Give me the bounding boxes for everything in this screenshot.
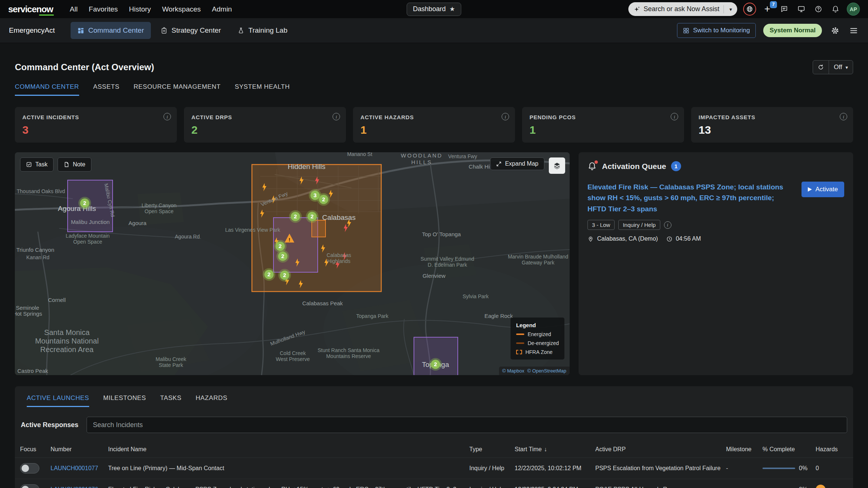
- cluster-count: 2: [279, 243, 282, 249]
- activate-button[interactable]: Activate: [801, 182, 844, 197]
- tab-hazards[interactable]: HAZARDS: [195, 394, 227, 407]
- feedback-button[interactable]: [778, 4, 790, 15]
- tab-system-health[interactable]: SYSTEM HEALTH: [235, 83, 290, 96]
- kpi-label: ACTIVE DRPS: [191, 114, 339, 120]
- topnav-item-admin[interactable]: Admin: [206, 5, 237, 13]
- info-icon[interactable]: i: [163, 113, 171, 120]
- clock-icon: [666, 236, 673, 242]
- help-icon: [814, 5, 822, 13]
- dashboard-pill[interactable]: Dashboard ★: [407, 3, 461, 16]
- help-button[interactable]: [813, 4, 824, 15]
- active-drp: PSPS Escalation from Vegetation Patrol F…: [595, 465, 726, 472]
- svg-text:!: !: [289, 237, 290, 243]
- topnav-item-history[interactable]: History: [123, 5, 156, 13]
- add-button[interactable]: +7: [762, 4, 773, 14]
- refresh-icon: [817, 64, 824, 71]
- incident-number-link[interactable]: LAUNCH0001077: [51, 465, 98, 471]
- servicenow-logo[interactable]: servicenow: [8, 4, 53, 14]
- kpi-row: ACTIVE INCIDENTS3iACTIVE DRPS2iACTIVE HA…: [15, 107, 853, 143]
- topnav-item-all[interactable]: All: [64, 5, 83, 13]
- map-label: Stunt Ranch Santa MonicaMountains Reserv…: [318, 347, 380, 359]
- map-label: Calabasas: [322, 214, 356, 221]
- queue-item: Elevated Fire Risk — Calabasas PSPS Zone…: [587, 182, 844, 242]
- column-header-incident-name[interactable]: Incident Name: [108, 441, 469, 458]
- monitoring-grid-icon: [683, 27, 689, 34]
- map-layers-button[interactable]: [549, 157, 565, 174]
- tab-training-lab[interactable]: Training Lab: [231, 22, 294, 39]
- map-zone-hfra-small[interactable]: [312, 220, 326, 237]
- map-label: Santa MonicaMountains NationalRecreation…: [35, 328, 98, 354]
- tab-milestones[interactable]: MILESTONES: [103, 394, 146, 407]
- incident-number-link[interactable]: LAUNCH0001076: [51, 486, 98, 488]
- app-bar: EmergencyAct Command Center Strategy Cen…: [0, 18, 868, 43]
- column-header-focus[interactable]: Focus: [20, 441, 51, 458]
- topnav-menu: AllFavoritesHistoryWorkspacesAdmin: [64, 5, 237, 13]
- tab-strategy-center[interactable]: Strategy Center: [154, 22, 228, 39]
- map[interactable]: ! Hidden HillsCalabasasAgoura HillsMalib…: [15, 152, 570, 375]
- pin-icon: [587, 236, 594, 242]
- column-header-start-time[interactable]: Start Time↓: [515, 441, 595, 458]
- avatar[interactable]: AP: [847, 3, 860, 16]
- tab-label: Training Lab: [249, 26, 288, 35]
- column-header-hazards[interactable]: Hazards: [816, 441, 848, 458]
- task-button[interactable]: Task: [20, 157, 54, 172]
- attribution-link-mapbox[interactable]: © Mapbox: [502, 368, 524, 374]
- topnav-item-favorites[interactable]: Favorites: [83, 5, 123, 13]
- tab-command-center[interactable]: COMMAND CENTER: [15, 83, 79, 96]
- column-header-active-drp[interactable]: Active DRP: [595, 441, 726, 458]
- map-label: Calabasas Peak: [302, 300, 343, 306]
- globe-icon: [746, 6, 753, 13]
- presentation-button[interactable]: [796, 4, 807, 15]
- queue-item-title-link[interactable]: Elevated Fire Risk — Calabasas PSPS Zone…: [587, 182, 795, 214]
- column-header-complete[interactable]: % Complete: [762, 441, 816, 458]
- refresh-interval-dropdown[interactable]: Off ▾: [829, 61, 853, 74]
- table-row-launch0001076: LAUNCH0001076Elevated Fire Risk — Calaba…: [15, 479, 853, 488]
- search-incidents-input[interactable]: [87, 417, 847, 433]
- focus-toggle[interactable]: [20, 463, 39, 474]
- map-label: Eagle Rock: [485, 313, 513, 319]
- hazards-badge[interactable]: 1: [816, 485, 826, 488]
- topnav-item-workspaces[interactable]: Workspaces: [156, 5, 206, 13]
- tab-active-launches[interactable]: ACTIVE LAUNCHES: [27, 394, 89, 407]
- chevron-down-icon: ▾: [845, 65, 848, 70]
- expand-map-button[interactable]: Expand Map: [490, 157, 544, 170]
- refresh-button[interactable]: [813, 61, 829, 74]
- progress-bar: [762, 468, 795, 469]
- chevron-down-icon[interactable]: ▾: [728, 6, 733, 12]
- globe-impersonation-button[interactable]: [743, 3, 756, 16]
- table-row-launch0001077: LAUNCH0001077Tree on Line (Primary) — Mi…: [15, 458, 853, 479]
- column-header-number[interactable]: Number: [51, 441, 108, 458]
- legend-item-de-energized: De-energized: [516, 340, 559, 346]
- info-icon[interactable]: i: [840, 113, 847, 120]
- tab-command-center[interactable]: Command Center: [71, 22, 151, 39]
- note-button-label: Note: [73, 161, 85, 168]
- cluster-count: 2: [83, 200, 86, 206]
- kpi-label: ACTIVE INCIDENTS: [22, 114, 169, 120]
- tab-label: Strategy Center: [172, 26, 221, 35]
- note-button[interactable]: Note: [58, 157, 91, 172]
- info-icon[interactable]: i: [671, 113, 678, 120]
- tab-resource-management[interactable]: RESOURCE MANAGEMENT: [133, 83, 220, 96]
- focus-toggle[interactable]: [20, 484, 39, 488]
- kpi-card-active-drps: ACTIVE DRPS2i: [184, 107, 346, 143]
- map-label: Hidden Hills: [288, 163, 325, 170]
- info-icon[interactable]: i: [502, 113, 509, 120]
- info-icon[interactable]: i: [333, 113, 340, 120]
- start-time: 12/22/2025, 10:02:12 PM: [515, 465, 595, 472]
- progress-percent: 0%: [799, 486, 807, 488]
- info-icon[interactable]: i: [664, 221, 671, 229]
- attribution-link-openstreetmap[interactable]: © OpenStreetMap: [527, 368, 566, 374]
- tab-assets[interactable]: ASSETS: [93, 83, 120, 96]
- column-header-type[interactable]: Type: [469, 441, 515, 458]
- kpi-value: 3: [22, 124, 169, 136]
- menu-button[interactable]: [848, 25, 859, 36]
- top-navigation: servicenow AllFavoritesHistoryWorkspaces…: [0, 0, 868, 18]
- column-header-milestone[interactable]: Milestone: [726, 441, 762, 458]
- tab-tasks[interactable]: TASKS: [160, 394, 181, 407]
- now-assist-search[interactable]: Search or ask Now Assist ▾: [628, 2, 737, 16]
- map-label: SeminoleHot Springs: [15, 305, 42, 317]
- notifications-button[interactable]: [830, 4, 841, 15]
- refresh-interval-value: Off: [834, 64, 842, 71]
- settings-button[interactable]: [829, 25, 841, 36]
- switch-to-monitoring-button[interactable]: Switch to Monitoring: [677, 23, 756, 38]
